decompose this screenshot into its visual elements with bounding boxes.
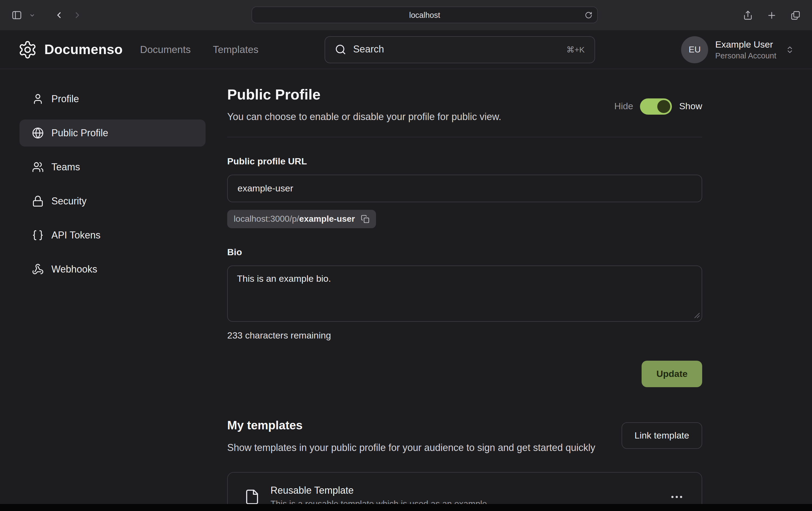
search-shortcut: ⌘+K: [567, 44, 585, 54]
braces-icon: [32, 229, 44, 241]
toggle-show-label: Show: [679, 101, 702, 112]
update-button[interactable]: Update: [642, 361, 702, 387]
profile-url-input[interactable]: [227, 175, 702, 202]
nav-templates[interactable]: Templates: [213, 43, 259, 55]
sidebar-item-security[interactable]: Security: [20, 188, 206, 215]
user-name: Example User: [715, 39, 776, 50]
bio-label: Bio: [227, 247, 702, 258]
file-icon: [244, 488, 260, 505]
browser-forward-icon[interactable]: [69, 7, 85, 23]
webhook-icon: [32, 263, 44, 275]
account-type: Personal Account: [715, 51, 776, 60]
copy-url-button[interactable]: [361, 215, 370, 223]
screen: localhost Documenso Documents: [0, 0, 812, 511]
avatar: EU: [681, 36, 708, 63]
search-placeholder: Search: [353, 44, 384, 55]
brand-name: Documenso: [45, 42, 123, 57]
address-bar[interactable]: localhost: [252, 6, 598, 23]
sidebar-item-public-profile[interactable]: Public Profile: [20, 120, 206, 147]
documenso-logo-icon: [18, 40, 37, 59]
public-profile-section: Public Profile You can choose to enable …: [227, 69, 702, 511]
ellipsis-menu-icon[interactable]: [668, 492, 686, 501]
public-url-text: localhost:3000/p/example-user: [234, 214, 355, 224]
refresh-icon[interactable]: [585, 11, 592, 19]
brand[interactable]: Documenso: [18, 40, 123, 59]
lock-icon: [32, 195, 44, 207]
nav-documents[interactable]: Documents: [140, 43, 191, 55]
user-icon: [32, 93, 44, 105]
app-header: Documenso Documents Templates Search ⌘+K…: [0, 30, 812, 69]
users-icon: [32, 161, 44, 173]
sidebar-item-webhooks[interactable]: Webhooks: [20, 256, 206, 283]
new-tab-icon[interactable]: [763, 7, 780, 23]
bottom-edge: [0, 504, 812, 511]
bio-textarea[interactable]: This is an example bio.: [227, 266, 702, 322]
my-templates-section: My templates Show templates in your publ…: [227, 419, 702, 511]
sidebar-item-api-tokens[interactable]: API Tokens: [20, 222, 206, 249]
sidebar-item-label: Public Profile: [51, 127, 108, 139]
sidebar-item-profile[interactable]: Profile: [20, 85, 206, 113]
account-menu[interactable]: EU Example User Personal Account: [681, 36, 794, 63]
sidebar-item-label: Profile: [51, 93, 79, 104]
toggle-hide-label: Hide: [614, 101, 633, 112]
sidebar-item-label: Teams: [51, 161, 80, 173]
settings-sidebar: Profile Public Profile Teams Security AP…: [0, 69, 208, 511]
sidebar-toggle-icon[interactable]: [9, 7, 25, 23]
templates-title: My templates: [227, 419, 595, 432]
sidebar-item-label: Security: [51, 196, 87, 207]
sidebar-item-label: Webhooks: [51, 264, 97, 275]
copy-icon: [361, 215, 370, 223]
address-bar-url: localhost: [409, 10, 440, 19]
browser-back-icon[interactable]: [51, 7, 67, 23]
share-icon[interactable]: [740, 7, 756, 23]
profile-url-label: Public profile URL: [227, 156, 702, 167]
chevrons-up-down-icon: [785, 45, 794, 54]
template-title: Reusable Template: [270, 485, 489, 496]
sidebar-menu-chevron-icon[interactable]: [24, 7, 40, 23]
toggle-knob: [658, 100, 670, 113]
search-input[interactable]: Search ⌘+K: [325, 36, 595, 63]
profile-visibility-toggle[interactable]: [640, 98, 672, 115]
public-url-pill: localhost:3000/p/example-user: [227, 210, 376, 228]
section-divider: [227, 137, 702, 137]
globe-icon: [32, 127, 44, 139]
tab-overview-icon[interactable]: [787, 7, 803, 23]
sidebar-item-teams[interactable]: Teams: [20, 154, 206, 181]
characters-remaining: 233 characters remaining: [227, 330, 702, 341]
sidebar-item-label: API Tokens: [51, 230, 100, 241]
templates-description: Show templates in your public profile fo…: [227, 441, 595, 455]
link-template-button[interactable]: Link template: [621, 422, 702, 449]
search-icon: [335, 44, 346, 55]
main-nav: Documents Templates: [140, 43, 259, 55]
browser-toolbar: localhost: [0, 0, 812, 30]
resize-grip-icon[interactable]: [694, 312, 700, 319]
